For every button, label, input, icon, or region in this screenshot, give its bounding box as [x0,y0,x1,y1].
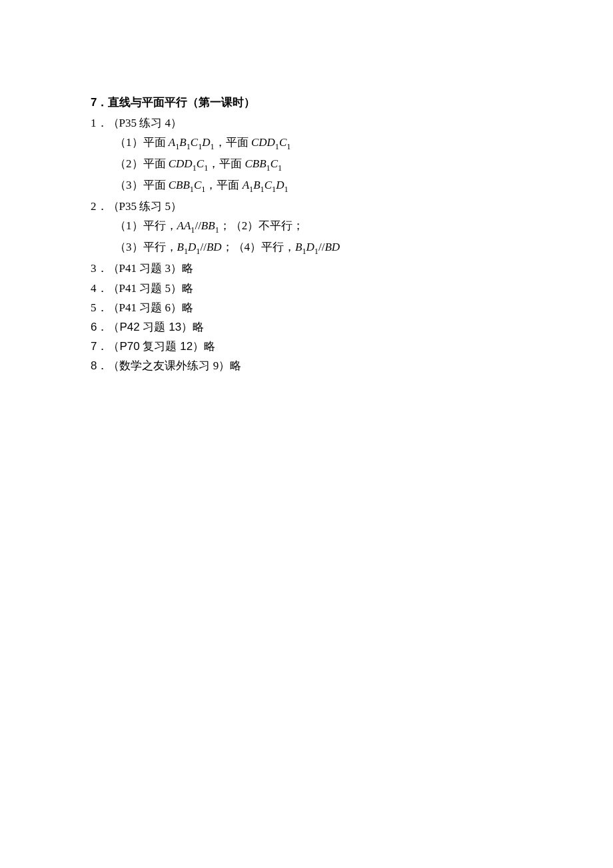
q2-line1-b: ；（2）不平行； [219,219,305,232]
q1-sub1: （1）平面 A1B1C1D1，平面 CDD1C1 [115,133,613,153]
q7-number: 7． [91,340,108,353]
q1-sub1-prefix: （1）平面 [115,136,169,149]
q2-label: （P35 练习 5） [108,200,182,213]
q6: 6．（P42 习题 13）略 [91,318,613,336]
q4-label: （P41 习题 5）略 [108,282,193,295]
q2-header: 2．（P35 练习 5） [91,197,613,215]
q1-sub1-plane1: A [169,136,175,149]
q1-sub2-prefix: （2）平面 [115,157,169,170]
q8: 8．（数学之友课外练习 9）略 [91,357,613,375]
q5: 5．（P41 习题 6）略 [91,299,613,317]
q4-number: 4． [91,282,108,295]
q2-line1: （1）平行，AA1//BB1；（2）不平行； [115,217,613,237]
q7-label-d: 12 [177,340,193,353]
q7-label-e: ）略 [193,340,215,353]
q7-label-b: P70 [119,340,143,353]
q6-label-e: ）略 [181,321,204,333]
q4: 4．（P41 习题 5）略 [91,279,613,297]
q6-number: 6． [91,321,108,333]
q3: 3．（P41 习题 3）略 [91,259,613,277]
q1-sub3-prefix: （3）平面 [115,179,169,191]
q1-sub3-plane1: CBB [169,179,190,191]
q1-sub2-comma: ，平面 [208,157,245,170]
q1-sub2: （2）平面 CDD1C1，平面 CBB1C1 [115,155,613,175]
q7: 7．（P70 复习题 12）略 [91,337,613,355]
section-title: 7．直线与平面平行（第一课时） [91,93,613,111]
q7-label-a: （ [108,340,119,353]
q8-label: （数学之友课外练习 9）略 [108,359,241,372]
q2-line1-a: （1）平行， [115,219,177,232]
q2-line2: （3）平行，B1D1//BD；（4）平行，B1D1//BD [115,238,613,258]
q1-sub2-plane1: CDD [169,157,193,170]
q7-label-c: 复习题 [143,340,177,353]
q1-sub2-plane2: CBB [245,157,267,170]
q1-sub3-comma: ，平面 [205,179,242,191]
q6-label-d: 13 [165,321,181,333]
q1-sub1-comma: ，平面 [215,136,251,149]
q2-line2-a: （3）平行， [115,241,177,253]
q1-header: 1．（P35 练习 4） [91,114,613,132]
q6-label-a: （ [108,321,119,333]
q6-label-b: P42 [119,321,143,333]
q1-sub1-plane2: CDD [251,136,275,149]
q1-sub3: （3）平面 CBB1C1，平面 A1B1C1D1 [115,176,613,196]
q6-label-c: 习题 [143,321,165,333]
q5-number: 5． [91,301,108,314]
title-text: 直线与平面平行（第一课时） [108,96,255,109]
q2-line2-b: ；（4）平行， [222,241,296,253]
q2-line2-seg1: B [177,241,184,253]
q1-number: 1． [91,117,108,129]
title-number: 7． [91,96,108,109]
q1-label: （P35 练习 4） [108,117,182,129]
document-content: 7．直线与平面平行（第一课时） 1．（P35 练习 4） （1）平面 A1B1C… [91,93,613,375]
q2-line1-seg1: AA [177,219,191,232]
q2-number: 2． [91,200,108,213]
q2-line2-seg2: B [295,241,302,253]
q1-sub3-plane2: A [243,179,249,191]
q5-label: （P41 习题 6）略 [108,301,193,314]
q8-number: 8． [91,359,108,372]
q3-label: （P41 习题 3）略 [108,262,193,275]
q3-number: 3． [91,262,108,275]
